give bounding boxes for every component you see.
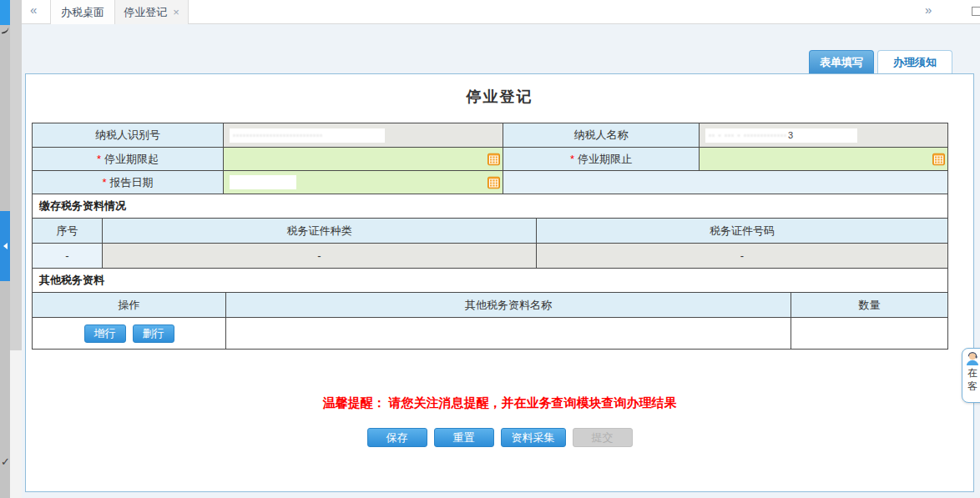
table-row: 缴存税务资料情况 [33, 194, 947, 218]
tabs-expand-icon[interactable]: » [925, 3, 932, 17]
table-row: 操作 其他税务资料名称 数量 [33, 292, 947, 317]
table-row: 纳税人识别号 ··························· 纳税人名称… [33, 123, 947, 147]
reset-button[interactable]: 重置 [434, 428, 494, 447]
col-header-seq: 序号 [33, 219, 102, 243]
warm-reminder-text: 温馨提醒： 请您关注消息提醒，并在业务查询模块查询办理结果 [26, 395, 973, 411]
tab-tax-desktop-label: 办税桌面 [61, 5, 104, 20]
view-tabs: 表单填写 办理须知 [809, 50, 952, 73]
page-title: 停业登记 [26, 87, 973, 107]
table-row: 增行 删行 [33, 317, 947, 349]
calendar-icon[interactable] [932, 153, 945, 165]
table-row: * 报告日期 [33, 170, 947, 194]
seq-value: - [33, 244, 102, 268]
taxpayer-id-input[interactable]: ··························· [230, 128, 385, 143]
registration-table: 纳税人识别号 ··························· 纳税人名称… [32, 123, 948, 350]
report-date-label: * 报告日期 [33, 171, 223, 194]
required-marker: * [570, 153, 574, 165]
taxpayer-name-suffix: 3 [788, 130, 793, 140]
calendar-icon[interactable] [487, 176, 500, 189]
report-date-input[interactable] [230, 175, 296, 189]
scroll-squiggle-icon [0, 25, 10, 34]
suspend-start-label: * 停业期限起 [33, 148, 223, 170]
table-row: 序号 税务证件种类 税务证件号码 [33, 218, 947, 243]
table-row: * 停业期限起 * 停业期限止 [33, 147, 947, 170]
left-rail: ✓ [0, 0, 10, 498]
add-row-button[interactable]: 增行 [84, 324, 126, 343]
quantity-cell[interactable] [791, 318, 947, 349]
calendar-icon[interactable] [487, 153, 500, 165]
document-tabbar: « 办税桌面 停业登记 × » [22, 0, 980, 24]
app-window: ✓ « 办税桌面 停业登记 × » 表单填写 办理须知 停业登记 纳税人识别号 [0, 0, 980, 498]
col-header-operation: 操作 [33, 293, 225, 317]
cert-type-value: - [102, 244, 536, 268]
col-header-cert-type: 税务证件种类 [102, 219, 536, 243]
required-marker: * [102, 176, 106, 189]
left-scroll-track[interactable] [10, 0, 22, 498]
report-date-field[interactable] [223, 171, 503, 194]
online-service-widget[interactable]: 在 客 [962, 348, 980, 403]
submit-button[interactable]: 提交 [573, 428, 633, 447]
suspend-start-field[interactable] [223, 148, 503, 170]
checkmark-icon: ✓ [1, 455, 10, 468]
col-header-material-name: 其他税务资料名称 [225, 293, 791, 317]
tab-close-icon[interactable]: × [173, 6, 179, 18]
table-row: - - - [33, 243, 947, 268]
taxpayer-id-label: 纳税人识别号 [33, 123, 223, 147]
table-row: 其他税务资料 [33, 268, 947, 292]
taxpayer-name-input[interactable]: ·· · ··· · ············· 3 [705, 128, 857, 143]
service-label-char: 客 [967, 380, 977, 393]
collect-button[interactable]: 资料采集 [501, 428, 566, 447]
col-header-quantity: 数量 [791, 293, 947, 317]
deposit-section-title: 缴存税务资料情况 [33, 194, 947, 218]
tabs-collapse-icon[interactable]: « [30, 3, 37, 17]
taxpayer-name-cell: ·· · ··· · ············· 3 [699, 123, 947, 147]
col-header-cert-number: 税务证件号码 [536, 219, 947, 243]
operation-cell: 增行 删行 [33, 318, 225, 349]
tab-tax-desktop[interactable]: 办税桌面 [50, 0, 115, 24]
action-bar: 保存 重置 资料采集 提交 [26, 428, 973, 447]
other-section-title: 其他税务资料 [33, 269, 947, 292]
collapse-triangle-icon [3, 243, 8, 249]
tab-handling-notes[interactable]: 办理须知 [877, 50, 952, 73]
delete-row-button[interactable]: 删行 [133, 324, 174, 343]
tab-suspension-label: 停业登记 [124, 5, 167, 20]
tab-form-fill[interactable]: 表单填写 [809, 50, 874, 73]
taxpayer-name-value: ·· · ··· · ············· [709, 131, 787, 139]
service-agent-icon [965, 351, 980, 366]
tab-suspension-registration[interactable]: 停业登记 × [115, 0, 189, 24]
rail-blue-segment [0, 0, 10, 25]
taxpayer-id-value: ··························· [233, 131, 323, 139]
service-label-char: 在 [967, 367, 977, 380]
required-marker: * [97, 153, 101, 165]
sidebar-collapse-handle[interactable] [0, 211, 10, 281]
empty-cell [503, 171, 947, 194]
left-scroll-thumb[interactable] [10, 0, 22, 350]
maximize-icon[interactable] [972, 7, 980, 16]
cert-number-value: - [536, 244, 947, 268]
taxpayer-name-label: 纳税人名称 [503, 123, 699, 147]
form-panel: 停业登记 纳税人识别号 ··························· … [25, 73, 974, 492]
suspend-end-field[interactable] [699, 148, 947, 170]
suspend-end-label: * 停业期限止 [503, 148, 699, 170]
save-button[interactable]: 保存 [367, 428, 427, 447]
material-name-cell[interactable] [225, 318, 791, 349]
taxpayer-id-cell: ··························· [223, 123, 503, 147]
